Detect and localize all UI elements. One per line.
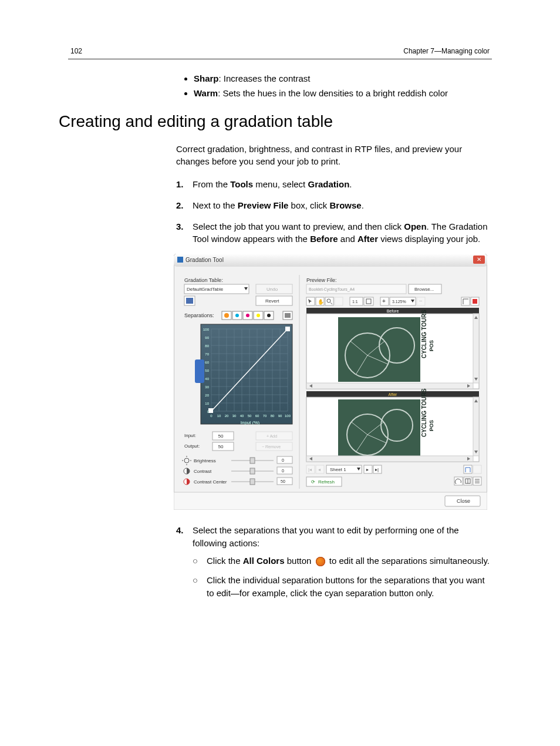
svg-text:80: 80 — [205, 344, 209, 348]
contrast-slider[interactable] — [250, 468, 255, 474]
curve-handle-end — [285, 327, 290, 331]
view-single-icon[interactable] — [473, 477, 481, 485]
zoom-out-icon[interactable] — [335, 297, 343, 305]
section-intro: Correct gradation, brightness, and contr… — [176, 143, 490, 167]
svg-text:1:1: 1:1 — [352, 300, 358, 304]
svg-text:Input:: Input: — [184, 433, 196, 438]
svg-rect-156 — [174, 492, 487, 510]
svg-text:|◂: |◂ — [308, 467, 312, 472]
step-2: 2. Next to the Preview File box, click B… — [176, 199, 490, 212]
section-heading: Creating and editing a gradation table — [59, 112, 490, 131]
svg-text:POS: POS — [429, 420, 434, 431]
svg-text:Sheet 1: Sheet 1 — [330, 467, 346, 472]
feature-bullets: Sharp: Increases the contrast Warm: Sets… — [194, 73, 490, 98]
svg-text:Brightness: Brightness — [194, 458, 216, 463]
svg-text:Separations:: Separations: — [184, 312, 214, 318]
view-split-icon[interactable] — [464, 477, 472, 485]
svg-text:90: 90 — [205, 336, 209, 340]
curve-handle-start — [208, 408, 213, 413]
svg-rect-126 — [338, 399, 420, 458]
window-title-text: Gradation Tool — [185, 257, 224, 263]
after-vscroll[interactable] — [473, 397, 479, 456]
svg-text:20: 20 — [225, 414, 229, 418]
svg-text:⟳: ⟳ — [311, 479, 315, 485]
flip-icon[interactable] — [464, 465, 472, 473]
step-list-continued: 4. Select the separations that you want … — [176, 524, 490, 607]
svg-text:10: 10 — [217, 414, 221, 418]
svg-text:Before: Before — [387, 309, 399, 313]
fit-page-icon[interactable] — [364, 297, 373, 305]
svg-text:CYCLING TOURS: CYCLING TOURS — [421, 388, 427, 437]
separation-all-button[interactable] — [222, 311, 231, 320]
svg-text:0: 0 — [282, 458, 284, 462]
svg-text:50: 50 — [281, 479, 285, 483]
svg-text:Close: Close — [457, 498, 470, 504]
svg-text:After: After — [389, 392, 397, 396]
svg-text:Booklet-CyclingTours_A4: Booklet-CyclingTours_A4 — [309, 287, 355, 292]
svg-rect-7 — [186, 298, 193, 304]
separation-invert-button[interactable] — [283, 311, 292, 320]
svg-text:Output:: Output: — [184, 443, 200, 449]
svg-text:60: 60 — [205, 361, 209, 364]
svg-text:30: 30 — [232, 414, 237, 418]
sub-action-list: ○ Click the All Colors button to edit al… — [193, 555, 490, 600]
svg-text:50: 50 — [205, 369, 209, 372]
sub-all-colors: ○ Click the All Colors button to edit al… — [193, 555, 490, 567]
chapter-title: Chapter 7—Managing color — [403, 47, 490, 55]
svg-text:Gradation Table:: Gradation Table: — [184, 277, 223, 283]
svg-text:30: 30 — [205, 385, 209, 389]
brightness-value[interactable] — [277, 456, 292, 463]
before-hscroll[interactable] — [306, 383, 473, 389]
contrast-center-slider[interactable] — [250, 479, 255, 485]
svg-text:−: − — [419, 298, 423, 304]
contrast-value[interactable] — [277, 467, 292, 474]
after-hscroll[interactable] — [306, 456, 473, 462]
svg-point-15 — [246, 314, 249, 317]
svg-text:70: 70 — [263, 414, 267, 418]
svg-text:Revert: Revert — [265, 298, 279, 304]
svg-text:40: 40 — [205, 377, 209, 381]
svg-text:+ Add: + Add — [266, 434, 277, 438]
svg-text:◂: ◂ — [318, 467, 321, 472]
svg-text:3.125%: 3.125% — [392, 300, 406, 304]
svg-text:10: 10 — [205, 402, 209, 405]
page-orient-icon[interactable] — [461, 297, 470, 305]
svg-text:80: 80 — [271, 414, 275, 418]
page-number: 102 — [70, 47, 82, 55]
svg-point-19 — [267, 314, 271, 317]
svg-text:50: 50 — [248, 414, 252, 418]
svg-text:50: 50 — [218, 444, 224, 449]
svg-text:Browse...: Browse... — [414, 287, 434, 292]
color-swatch-icon[interactable] — [471, 297, 479, 305]
flip-back-icon[interactable] — [473, 465, 481, 473]
separation-magenta-button[interactable] — [243, 311, 252, 320]
view-rotate-icon[interactable] — [454, 477, 463, 485]
separation-cyan-button[interactable] — [232, 311, 242, 320]
svg-text:DefaultGradTable: DefaultGradTable — [187, 287, 224, 292]
gradation-tool-screenshot: Gradation Tool ✕ Gradation Table: Defaul… — [174, 254, 487, 510]
svg-text:Undo: Undo — [266, 287, 278, 292]
svg-text:Contrast: Contrast — [194, 469, 212, 474]
separation-black-button[interactable] — [264, 311, 274, 320]
svg-text:100: 100 — [203, 328, 210, 331]
svg-point-13 — [235, 314, 239, 317]
running-header: 102 Chapter 7—Managing color — [0, 0, 560, 58]
all-colors-icon — [316, 557, 325, 566]
step-3: 3. Select the job that you want to previ… — [176, 220, 490, 246]
step-1: 1. From the Tools menu, select Gradation… — [176, 178, 490, 191]
svg-point-11 — [224, 313, 229, 318]
svg-text:Refresh: Refresh — [318, 479, 335, 485]
svg-text:100: 100 — [285, 414, 291, 418]
svg-rect-108 — [473, 299, 477, 304]
svg-text:90: 90 — [278, 414, 282, 418]
svg-text:Preview File:: Preview File: — [306, 277, 337, 283]
brightness-slider[interactable] — [250, 458, 255, 463]
svg-text:70: 70 — [205, 352, 209, 356]
step-4: 4. Select the separations that you want … — [176, 524, 490, 607]
svg-text:✕: ✕ — [477, 256, 481, 263]
svg-text:− Remove: − Remove — [262, 445, 281, 449]
bullet-sharp: Sharp: Increases the contrast — [194, 73, 490, 83]
separation-yellow-button[interactable] — [254, 311, 263, 320]
bullet-warm: Warm: Sets the hues in the low densities… — [194, 88, 490, 98]
before-vscroll[interactable] — [473, 314, 479, 383]
